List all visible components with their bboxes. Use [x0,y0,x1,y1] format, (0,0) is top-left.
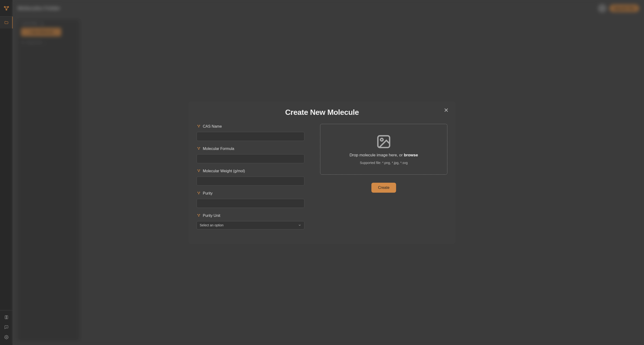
molecule-bullet-icon [196,191,201,196]
molecular-formula-label: Molecular Formula [203,147,234,151]
svg-point-29 [199,192,200,193]
close-icon [444,107,449,113]
purity-unit-label: Purity Unit [203,214,220,218]
svg-line-17 [199,125,200,126]
svg-point-14 [199,125,200,126]
molecular-weight-label: Molecular Weight (g/mol) [203,169,245,173]
field-molecular-formula: Molecular Formula [196,146,304,163]
cas-name-input[interactable] [196,132,304,141]
image-drop-zone[interactable]: Drop molecule image here, or browse Supp… [320,124,448,175]
dropzone-browse-link[interactable]: browse [404,153,418,157]
svg-point-35 [198,215,199,216]
molecule-bullet-icon [196,168,201,174]
svg-point-13 [197,125,198,126]
svg-point-20 [198,149,199,149]
svg-line-31 [198,192,198,193]
molecule-bullet-icon [196,213,201,218]
svg-point-18 [197,147,198,148]
image-icon [376,134,392,149]
purity-label: Purity [203,191,212,196]
svg-line-26 [198,170,198,171]
chevron-down-icon [298,224,301,227]
svg-point-34 [199,214,200,215]
svg-point-30 [198,193,199,194]
form-column: CAS Name Molecular Formula [196,124,307,237]
modal-title: Create New Molecule [196,108,448,117]
svg-point-33 [197,214,198,215]
dropzone-subtext: Supported file: *.png, *.jpg, *.svg [360,161,408,165]
dropzone-text: Drop molecule image here, or browse [350,153,418,158]
svg-point-15 [198,126,199,127]
molecule-bullet-icon [196,146,201,151]
svg-line-32 [199,192,200,193]
svg-line-21 [198,148,198,149]
purity-input[interactable] [196,199,304,208]
svg-point-39 [380,138,383,141]
svg-line-37 [199,215,200,216]
molecular-formula-input[interactable] [196,154,304,163]
svg-point-23 [197,169,198,170]
purity-unit-select[interactable]: Select an option [196,221,304,229]
create-molecule-modal: Create New Molecule CAS Name [188,101,456,244]
svg-line-36 [198,215,198,216]
molecule-bullet-icon [196,124,201,129]
field-cas-name: CAS Name [196,124,304,141]
upload-column: Drop molecule image here, or browse Supp… [320,124,448,237]
svg-line-16 [198,125,198,126]
molecular-weight-input[interactable] [196,177,304,186]
svg-point-25 [198,171,199,172]
field-purity: Purity [196,191,304,208]
field-purity-unit: Purity Unit Select an option [196,213,304,229]
svg-line-22 [199,148,200,149]
cas-name-label: CAS Name [203,124,222,129]
svg-point-24 [199,169,200,170]
modal-overlay: Create New Molecule CAS Name [0,0,644,345]
dropzone-text-prefix: Drop molecule image here, or [350,153,404,157]
svg-point-28 [197,192,198,193]
svg-point-19 [199,147,200,148]
create-button[interactable]: Create [372,183,396,193]
field-molecular-weight: Molecular Weight (g/mol) [196,168,304,186]
modal-close-button[interactable] [443,106,450,114]
svg-line-27 [199,170,200,171]
purity-unit-placeholder: Select an option [200,223,224,227]
